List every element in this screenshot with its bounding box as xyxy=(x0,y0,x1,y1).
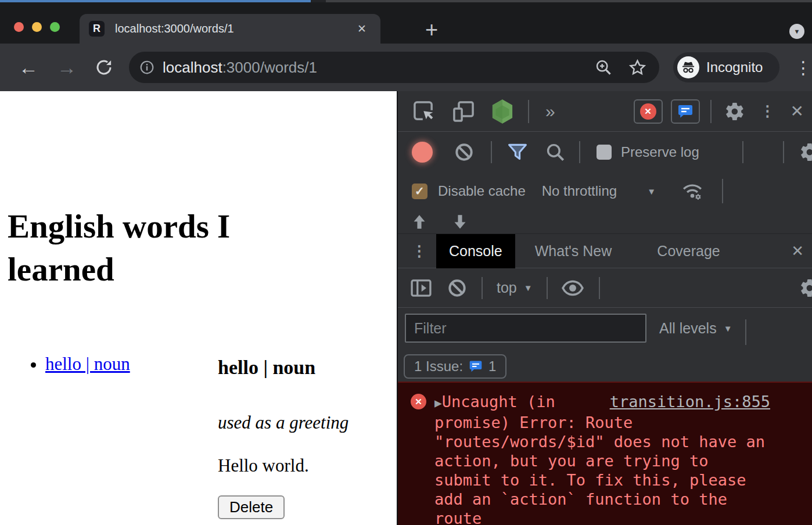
incognito-label: Incognito xyxy=(706,59,763,75)
error-count-button[interactable]: ✕ xyxy=(634,99,663,124)
word-list: hello | noun xyxy=(0,354,130,375)
error-badge-icon: ✕ xyxy=(640,103,656,120)
address-bar[interactable]: localhost:3000/words/1 xyxy=(129,52,659,83)
tab-console[interactable]: Console xyxy=(436,234,515,268)
tab-close-icon[interactable]: ✕ xyxy=(357,22,367,35)
divider xyxy=(745,319,746,345)
inspect-element-icon[interactable] xyxy=(413,100,435,123)
issues-counter-button[interactable]: 1 Issue: 1 xyxy=(404,354,506,379)
clear-network-icon[interactable] xyxy=(455,143,473,161)
bookmark-star-icon[interactable] xyxy=(628,59,646,77)
settings-gear-icon[interactable] xyxy=(724,101,745,122)
clear-console-icon[interactable] xyxy=(448,279,466,297)
error-icon: ✕ xyxy=(411,394,426,409)
zoom-icon[interactable] xyxy=(595,59,612,76)
record-network-log-button[interactable] xyxy=(412,142,433,163)
device-toolbar-icon[interactable] xyxy=(452,100,475,123)
console-sidebar-icon[interactable] xyxy=(411,279,432,297)
issues-chat-icon xyxy=(677,103,694,120)
network-conditions-wifi-icon[interactable] xyxy=(680,181,705,202)
browser-window: R localhost:3000/words/1 ✕ + ▼ ← → local… xyxy=(0,0,812,525)
javascript-context-select[interactable]: top xyxy=(497,279,517,296)
drawer-more-tools-icon[interactable]: ⋮ xyxy=(412,242,427,260)
site-info-icon[interactable] xyxy=(139,60,155,75)
network-conditions-row: ✓ Disable cache No throttling ▼ xyxy=(398,172,812,210)
devtools-main-toolbar: » ✕ ⋮ ✕ xyxy=(398,91,812,132)
issues-text: 1 Issue: xyxy=(414,358,463,375)
url-path: :3000/words/1 xyxy=(222,59,317,76)
browser-menu-icon[interactable]: ⋮ xyxy=(795,57,812,78)
tab-search-button[interactable]: ▼ xyxy=(789,24,804,39)
browser-tab[interactable]: R localhost:3000/words/1 ✕ xyxy=(80,14,380,44)
throttling-caret-icon[interactable]: ▼ xyxy=(647,186,656,196)
live-expression-eye-icon[interactable] xyxy=(562,280,584,296)
forward-button: → xyxy=(57,57,77,77)
import-har-up-arrow-icon[interactable] xyxy=(412,214,427,229)
issue-chat-icon xyxy=(469,359,483,373)
close-window-button[interactable] xyxy=(14,22,24,32)
word-link[interactable]: hello | noun xyxy=(45,354,130,374)
remix-favicon-icon: R xyxy=(89,21,105,37)
console-filter-input[interactable] xyxy=(405,314,646,343)
devtools-close-icon[interactable]: ✕ xyxy=(791,102,804,121)
devtools-menu-icon[interactable]: ⋮ xyxy=(760,102,775,120)
disable-cache-checkbox[interactable]: ✓ xyxy=(412,184,427,199)
network-settings-gear-icon[interactable] xyxy=(799,142,812,163)
maximize-window-button[interactable] xyxy=(50,22,60,32)
divider xyxy=(722,179,723,203)
context-caret-icon[interactable]: ▼ xyxy=(524,283,533,293)
drawer-close-icon[interactable]: ✕ xyxy=(791,242,804,260)
tab-coverage[interactable]: Coverage xyxy=(644,234,732,268)
content-area: English words I learned hello | noun hel… xyxy=(0,91,812,525)
word-definition: used as a greeting xyxy=(218,412,348,434)
tab-bar: R localhost:3000/words/1 ✕ + ▼ xyxy=(0,2,812,44)
devtools-panel: » ✕ ⋮ ✕ xyxy=(397,91,812,525)
issues-count: 1 xyxy=(488,358,496,375)
browser-toolbar: ← → localhost:3000/words/1 Incognito ⋮ xyxy=(0,44,812,91)
webpage-viewport: English words I learned hello | noun hel… xyxy=(0,91,397,525)
error-message-block: transition.js:855 ▶Uncaught (in promise)… xyxy=(434,392,770,525)
error-source-link[interactable]: transition.js:855 xyxy=(610,392,770,411)
word-title: hello | noun xyxy=(218,356,348,379)
expand-triangle-icon[interactable]: ▶ xyxy=(434,396,442,410)
export-har-down-arrow-icon[interactable] xyxy=(452,214,468,229)
delete-button[interactable]: Delete xyxy=(218,495,285,519)
throttling-select[interactable]: No throttling xyxy=(542,183,617,199)
more-panels-icon[interactable]: » xyxy=(545,102,555,121)
log-levels-select[interactable]: All levels ▼ xyxy=(659,314,732,343)
minimize-window-button[interactable] xyxy=(32,22,42,32)
url-text[interactable]: localhost:3000/words/1 xyxy=(163,59,317,77)
levels-caret-icon: ▼ xyxy=(724,323,732,333)
word-example: Hello world. xyxy=(218,455,348,477)
console-filter-row: All levels ▼ xyxy=(398,308,812,348)
search-icon[interactable] xyxy=(545,142,565,162)
preserve-log-checkbox[interactable] xyxy=(597,145,612,160)
drawer-tab-strip: ⋮ Console What's New Coverage ✕ xyxy=(398,233,812,268)
preserve-log-label: Preserve log xyxy=(621,144,699,160)
divider xyxy=(742,141,743,163)
divider xyxy=(491,141,492,163)
new-tab-button[interactable]: + xyxy=(425,17,438,42)
issues-button[interactable] xyxy=(671,99,700,124)
har-import-export-row xyxy=(398,210,812,233)
issues-row: 1 Issue: 1 xyxy=(398,348,812,382)
network-toolbar: Preserve log xyxy=(398,132,812,172)
list-item: hello | noun xyxy=(45,354,130,375)
tab-title: localhost:3000/words/1 xyxy=(115,22,234,35)
console-error-entry: ✕ transition.js:855 ▶Uncaught (in promis… xyxy=(398,382,812,525)
tab-whats-new[interactable]: What's New xyxy=(522,234,625,268)
divider xyxy=(547,277,548,299)
divider xyxy=(528,100,529,123)
node-devtools-icon[interactable] xyxy=(491,99,514,124)
divider xyxy=(599,277,600,299)
filter-funnel-icon[interactable] xyxy=(507,143,528,161)
console-settings-gear-icon[interactable] xyxy=(799,278,812,299)
back-button[interactable]: ← xyxy=(19,57,38,77)
divider xyxy=(579,141,580,163)
divider xyxy=(783,141,784,163)
incognito-icon xyxy=(677,56,699,78)
reload-button[interactable] xyxy=(95,59,113,76)
console-toolbar: top ▼ xyxy=(398,268,812,308)
error-message-text: Uncaught (in promise) Error: Route "rout… xyxy=(434,393,765,525)
word-detail-panel: hello | noun used as a greeting Hello wo… xyxy=(218,356,348,519)
